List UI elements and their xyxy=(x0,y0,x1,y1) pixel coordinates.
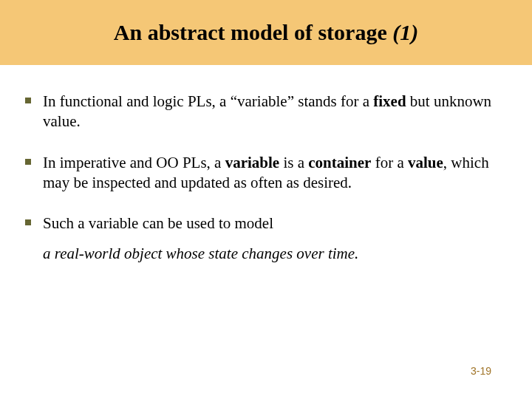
page-number: 3-19 xyxy=(471,365,491,377)
bullet-item: Such a variable can be used to model xyxy=(25,214,507,233)
text-fragment: In imperative and OO PLs, a xyxy=(43,154,225,171)
slide-title: An abstract model of storage (1) xyxy=(114,20,418,45)
bullet-item: In functional and logic PLs, a “variable… xyxy=(25,92,507,132)
bullet-item: In imperative and OO PLs, a variable is … xyxy=(25,153,507,194)
bullet-square-icon xyxy=(25,98,31,103)
title-band: An abstract model of storage (1) xyxy=(0,0,532,65)
text-fragment: In functional and logic PLs, a “variable… xyxy=(43,92,373,110)
content-area: In functional and logic PLs, a “variable… xyxy=(0,65,532,265)
text-fragment: is a xyxy=(279,154,308,171)
text-bold: variable xyxy=(225,154,280,171)
text-bold: fixed xyxy=(373,92,406,110)
text-bold: container xyxy=(308,154,371,171)
title-main: An abstract model of storage xyxy=(114,20,392,44)
bullet-square-icon xyxy=(25,219,31,225)
bullet-text-2: In imperative and OO PLs, a variable is … xyxy=(43,153,507,194)
text-bold: value xyxy=(408,154,443,171)
bullet-text-1: In functional and logic PLs, a “variable… xyxy=(43,92,507,132)
bullet-text-3: Such a variable can be used to model xyxy=(43,214,273,233)
sub-line-italic: a real-world object whose state changes … xyxy=(43,244,507,264)
text-fragment: for a xyxy=(371,154,408,171)
title-suffix: (1) xyxy=(392,20,418,44)
bullet-square-icon xyxy=(25,159,31,165)
